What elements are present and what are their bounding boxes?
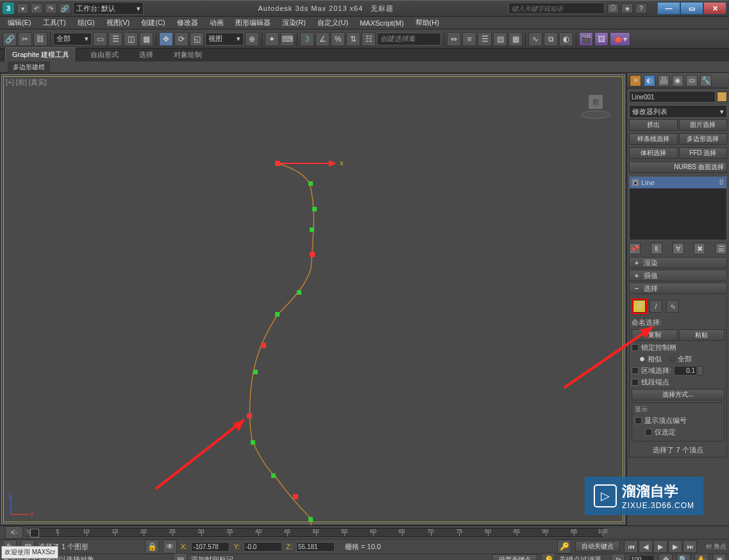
vertex-subobj-icon[interactable]: ⠿ xyxy=(633,300,646,313)
spline-subobj-icon[interactable]: ∿ xyxy=(666,300,679,313)
subtab-poly[interactable]: 多边形建模 xyxy=(8,62,50,73)
viewport[interactable]: [+] [前] [真实] 前 x xyxy=(1,74,625,524)
vertex[interactable] xyxy=(310,227,314,232)
segment-subobj-icon[interactable]: / xyxy=(649,300,662,313)
frame-input[interactable] xyxy=(629,555,655,560)
scale-icon[interactable]: ◱ xyxy=(190,32,204,46)
viewcube[interactable]: 前 xyxy=(580,88,612,120)
motion-tab-icon[interactable]: ◉ xyxy=(672,75,683,86)
region-check[interactable] xyxy=(632,367,639,374)
poly-select-button[interactable]: 多边形选择 xyxy=(679,133,728,145)
tab-selection[interactable]: 选择 xyxy=(133,48,160,62)
star-icon[interactable]: ★ xyxy=(621,3,633,13)
pan-icon[interactable]: ✋ xyxy=(694,554,708,561)
expand-icon[interactable]: ▪ xyxy=(632,179,639,186)
hierarchy-tab-icon[interactable]: 品 xyxy=(658,75,669,86)
goto-start-icon[interactable]: ⏮ xyxy=(624,540,638,553)
key-mode-toggle[interactable]: ⊳ xyxy=(611,554,625,561)
rollout-interp[interactable]: +插值 xyxy=(629,270,727,281)
utilities-tab-icon[interactable]: 🔧 xyxy=(700,75,712,86)
vertex[interactable] xyxy=(312,207,317,211)
snap-3-icon[interactable]: 3 xyxy=(300,32,314,46)
goto-end-icon[interactable]: ⏭ xyxy=(683,540,697,553)
pin-stack-icon[interactable]: 📌 xyxy=(629,243,641,254)
tab-freeform[interactable]: 自由形式 xyxy=(84,48,125,62)
set-key-button[interactable]: 设置关键点 xyxy=(492,554,537,561)
z-input[interactable] xyxy=(296,542,335,552)
search-input[interactable] xyxy=(508,3,605,14)
all-radio[interactable] xyxy=(669,356,675,362)
max-toggle-icon[interactable]: ▣ xyxy=(712,554,726,561)
vertex[interactable] xyxy=(297,290,301,295)
auto-key-button[interactable]: 自动关键点 xyxy=(575,541,620,552)
object-name-input[interactable] xyxy=(629,91,716,103)
show-end-icon[interactable]: Ⅱ xyxy=(651,243,662,254)
remove-mod-icon[interactable]: ✖ xyxy=(694,243,705,254)
menu-tools[interactable]: 工具(T) xyxy=(38,17,71,29)
key-mode-icon[interactable]: 🔑 xyxy=(557,539,571,554)
render-production-icon[interactable]: 🫖▾ xyxy=(610,32,630,46)
copy-button[interactable]: 复制 xyxy=(632,329,678,341)
pivot-icon[interactable]: ⊕ xyxy=(245,32,259,46)
menu-maxscript[interactable]: MAXScript(M) xyxy=(355,18,408,28)
sel-only-check[interactable] xyxy=(645,429,652,436)
play-icon[interactable]: ▶ xyxy=(653,540,667,553)
layers-icon[interactable]: ☰ xyxy=(478,32,492,46)
menu-custom[interactable]: 自定义(U) xyxy=(312,17,353,29)
vertex-selected[interactable] xyxy=(261,343,266,348)
ribbon-icon[interactable]: ▦ xyxy=(508,32,523,46)
spline-select-button[interactable]: 样条线选择 xyxy=(629,133,678,145)
menu-anim[interactable]: 动画 xyxy=(205,17,229,29)
render-setup-icon[interactable]: 🎬 xyxy=(579,32,593,46)
vertex-selected[interactable] xyxy=(247,413,252,418)
timeline[interactable]: <· 0510152025303540455055606570758085909… xyxy=(0,526,729,539)
modifier-list-dropdown[interactable]: 修改器列表▾ xyxy=(629,105,727,118)
align-icon[interactable]: ≡ xyxy=(462,32,476,46)
minimize-button[interactable]: — xyxy=(657,2,680,15)
add-time-tag[interactable]: 添加时间标记 xyxy=(191,555,233,560)
menu-group[interactable]: 组(G) xyxy=(72,17,100,29)
zoom-icon[interactable]: 🔍 xyxy=(676,554,691,561)
vertex-selected[interactable] xyxy=(293,494,298,499)
vol-select-button[interactable]: 体积选择 xyxy=(629,147,678,159)
new-icon[interactable]: ▾ xyxy=(17,3,28,13)
rendered-frame-icon[interactable]: 🖼 xyxy=(594,32,608,46)
move-icon[interactable]: ✥ xyxy=(159,32,173,46)
region-spinner[interactable] xyxy=(674,366,703,375)
y-input[interactable] xyxy=(244,542,282,552)
face-select-button[interactable]: 面片选择 xyxy=(679,119,728,131)
create-tab-icon[interactable]: ✳ xyxy=(630,75,641,86)
nurbs-button[interactable]: NURBS 曲面选择 xyxy=(629,161,727,173)
stack-item-line[interactable]: ▪ Line ⠿ xyxy=(630,177,726,188)
extrude-button[interactable]: 挤出 xyxy=(629,119,678,131)
bind-icon[interactable]: ⛓ xyxy=(33,32,47,46)
link-icon[interactable]: 🔗 xyxy=(59,3,71,13)
isolate-icon[interactable]: 👁 xyxy=(163,539,177,554)
vertex[interactable] xyxy=(308,181,313,186)
tab-paint[interactable]: 对象绘制 xyxy=(167,48,208,62)
material-editor-icon[interactable]: ◐ xyxy=(559,32,573,46)
rollout-select[interactable]: −选择 xyxy=(629,283,727,294)
snap-percent-icon[interactable]: % xyxy=(331,32,345,46)
next-frame-icon[interactable]: ▶ xyxy=(668,540,682,553)
menu-modifiers[interactable]: 修改器 xyxy=(172,17,203,29)
menu-edit[interactable]: 编辑(E) xyxy=(3,17,37,29)
select-by-button[interactable]: 选择方式... xyxy=(632,389,725,400)
keyboard-icon[interactable]: ⌨ xyxy=(280,32,294,46)
mirror-icon[interactable]: ⇔ xyxy=(447,32,461,46)
menu-help[interactable]: 帮助(H) xyxy=(410,17,444,29)
schematic-icon[interactable]: ⧉ xyxy=(544,32,558,46)
key-filter-icon[interactable]: 🔑 xyxy=(541,553,555,561)
unlink-icon[interactable]: ✂ xyxy=(18,32,32,46)
named-selection-set[interactable]: 创建选择集 xyxy=(377,33,441,45)
maximize-button[interactable]: ▭ xyxy=(680,2,703,15)
nav-icon[interactable]: ✥ xyxy=(658,554,673,561)
ffd-select-button[interactable]: FFD 选择 xyxy=(679,147,728,159)
snap-angle-icon[interactable]: ∠ xyxy=(315,32,330,46)
timeline-track[interactable]: 0510152025303540455055606570758085909510… xyxy=(28,528,603,537)
vertex[interactable] xyxy=(253,370,258,374)
key-filter-label[interactable]: 关键点过滤器... xyxy=(559,555,607,560)
prev-frame-icon[interactable]: ◀ xyxy=(639,540,653,553)
manipulate-icon[interactable]: ✦ xyxy=(265,32,279,46)
select-name-icon[interactable]: ☰ xyxy=(108,32,122,46)
